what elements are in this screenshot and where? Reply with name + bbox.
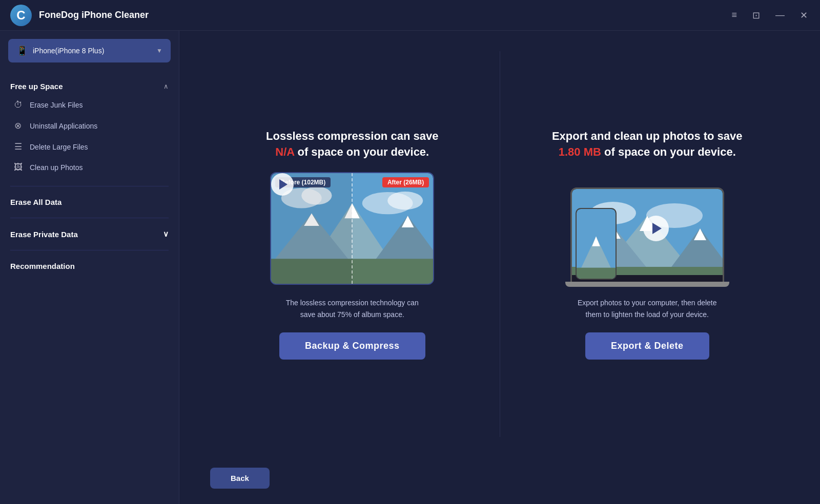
after-badge: After (26MB) xyxy=(382,177,429,187)
right-headline-suffix: of space on your device. xyxy=(604,145,736,158)
left-panel-description: The lossless compression technology can … xyxy=(280,297,424,320)
main-content: Lossless compression can save N/A of spa… xyxy=(179,31,820,504)
backup-compress-button[interactable]: Backup & Compress xyxy=(279,332,425,360)
sidebar-item-clean-photos[interactable]: 🖼 Clean up Photos xyxy=(10,157,169,178)
chevron-down-icon: ▼ xyxy=(156,47,162,54)
right-highlight: 1.80 MB xyxy=(559,145,601,158)
section-header-free-up-space[interactable]: Free up Space ∧ xyxy=(10,78,169,95)
chevron-down-icon-private: ∨ xyxy=(163,229,169,239)
files-icon: ☰ xyxy=(12,141,24,152)
svg-rect-26 xyxy=(577,268,616,279)
app-logo: C xyxy=(10,5,32,26)
device-name: iPhone(iPhone 8 Plus) xyxy=(33,47,151,55)
sidebar-item-uninstall-apps[interactable]: ⊗ Uninstall Applications xyxy=(10,115,169,136)
right-panel: Export and clean up photos to save 1.80 … xyxy=(505,113,790,375)
sidebar-item-erase-private[interactable]: Erase Private Data ∨ xyxy=(0,222,179,246)
sidebar-item-label-delete-large: Delete Large Files xyxy=(30,143,88,151)
chevron-up-icon: ∧ xyxy=(163,82,169,90)
section-title-free-up-space: Free up Space xyxy=(10,82,63,91)
sidebar-divider-1 xyxy=(10,186,169,186)
left-headline-suffix: of space on your device. xyxy=(297,145,429,158)
photos-icon: 🖼 xyxy=(12,162,24,173)
export-image xyxy=(560,172,734,285)
sidebar-item-erase-junk[interactable]: ⏱ Erase Junk Files xyxy=(10,95,169,115)
clock-icon: ⏱ xyxy=(12,100,24,110)
back-button[interactable]: Back xyxy=(210,468,270,489)
app-body: 📱 iPhone(iPhone 8 Plus) ▼ Free up Space … xyxy=(0,31,820,504)
menu-button[interactable]: ≡ xyxy=(729,8,739,23)
sidebar-item-label-clean-photos: Clean up Photos xyxy=(30,163,83,172)
left-panel: Lossless compression can save N/A of spa… xyxy=(210,113,495,375)
sidebar-divider-2 xyxy=(10,218,169,218)
svg-point-4 xyxy=(387,192,423,210)
minimize-button[interactable]: — xyxy=(773,8,787,23)
sidebar-item-erase-all[interactable]: Erase All Data xyxy=(0,191,179,214)
window-controls: ≡ ⊡ — ✕ xyxy=(729,8,810,23)
panel-divider xyxy=(500,51,500,437)
uninstall-icon: ⊗ xyxy=(12,120,24,131)
sidebar-item-recommendation[interactable]: Recommendation xyxy=(0,255,179,278)
titlebar: C FoneDog iPhone Cleaner ≡ ⊡ — ✕ xyxy=(0,0,820,31)
right-panel-headline: Export and clean up photos to save 1.80 … xyxy=(552,129,743,160)
left-highlight: N/A xyxy=(275,145,294,158)
left-panel-headline: Lossless compression can save N/A of spa… xyxy=(266,129,438,160)
play-button-right[interactable] xyxy=(643,216,669,241)
content-panels: Lossless compression can save N/A of spa… xyxy=(179,31,820,457)
export-delete-button[interactable]: Export & Delete xyxy=(585,332,709,360)
chat-button[interactable]: ⊡ xyxy=(750,8,762,23)
sidebar-item-label-erase-private: Erase Private Data xyxy=(10,230,78,239)
sidebar: 📱 iPhone(iPhone 8 Plus) ▼ Free up Space … xyxy=(0,31,179,504)
sidebar-section-free-up-space: Free up Space ∧ ⏱ Erase Junk Files ⊗ Uni… xyxy=(0,71,179,182)
sidebar-item-label-erase-junk: Erase Junk Files xyxy=(30,101,83,109)
sidebar-item-delete-large[interactable]: ☰ Delete Large Files xyxy=(10,136,169,157)
phone-screen xyxy=(577,209,616,279)
right-panel-description: Export photos to your computer, then del… xyxy=(576,297,719,320)
compression-image: Before (102MB) After (26MB) xyxy=(270,172,434,285)
device-selector[interactable]: 📱 iPhone(iPhone 8 Plus) ▼ xyxy=(8,39,171,62)
sidebar-item-label-uninstall: Uninstall Applications xyxy=(30,122,97,130)
close-button[interactable]: ✕ xyxy=(798,8,810,23)
sidebar-divider-3 xyxy=(10,250,169,250)
device-icon: 📱 xyxy=(16,45,28,56)
bottom-bar: Back xyxy=(179,457,820,504)
compression-divider xyxy=(352,173,353,284)
phone-graphic xyxy=(576,208,617,280)
laptop-base xyxy=(565,282,729,287)
app-title: FoneDog iPhone Cleaner xyxy=(39,10,149,20)
